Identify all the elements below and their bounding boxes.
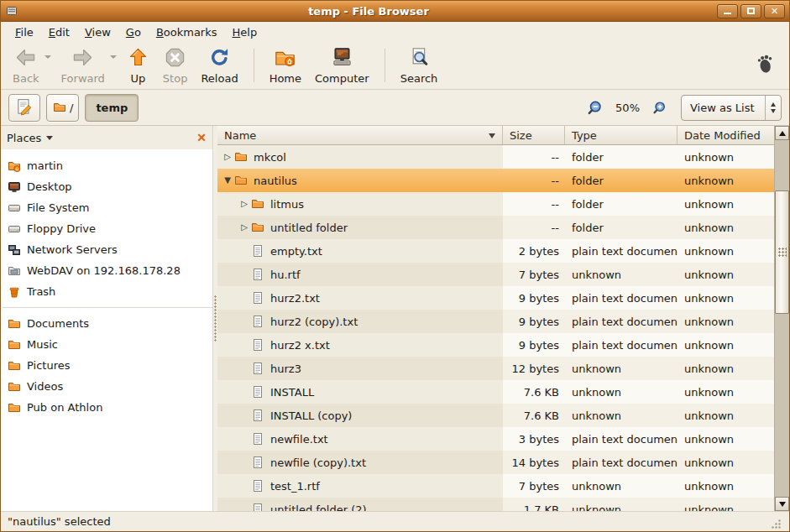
sidebar-item-videos[interactable]: Videos [1, 376, 212, 397]
close-button[interactable]: ✕ [764, 4, 785, 18]
expander-collapsed-icon[interactable]: ▷ [238, 200, 251, 208]
file-name-label: hu.rtf [270, 269, 301, 281]
sidebar-item-pictures[interactable]: Pictures [1, 355, 212, 376]
name-cell: hurz2 x.txt [217, 333, 503, 357]
menu-go[interactable]: Go [118, 23, 149, 41]
spin-down-icon [771, 109, 776, 116]
file-name-label: hurz2 x.txt [270, 339, 330, 352]
file-row-install-copy-[interactable]: INSTALL (copy)7.6 KBunknownunknown [217, 404, 774, 427]
file-row-empty-txt[interactable]: empty.txt2 bytesplain text documentunkno… [217, 239, 774, 263]
menu-edit[interactable]: Edit [41, 23, 77, 41]
home-button[interactable]: Home [263, 44, 308, 87]
column-header-size[interactable]: Size [503, 126, 565, 144]
type-cell: unknown [565, 404, 678, 427]
edit-location-button[interactable] [8, 94, 40, 122]
zoom-out-button[interactable] [587, 100, 603, 116]
zoom-in-button[interactable] [652, 101, 667, 115]
scrollbar-thumb[interactable] [775, 190, 789, 314]
back-history-dropdown[interactable] [44, 55, 51, 62]
sidebar-item-label: Pub on Athlon [27, 401, 102, 414]
file-row-litmus[interactable]: ▷litmus--folderunknown [217, 192, 774, 216]
search-icon [408, 46, 431, 71]
menu-help[interactable]: Help [225, 23, 265, 41]
sidebar-item-martin[interactable]: martin [1, 155, 212, 176]
expander-collapsed-icon[interactable]: ▷ [221, 153, 234, 161]
sidebar-item-pub-on-athlon[interactable]: Pub on Athlon [1, 397, 212, 418]
date-modified-cell: unknown [678, 145, 774, 169]
sidebar-item-desktop[interactable]: Desktop [1, 176, 212, 197]
file-row-mkcol[interactable]: ▷mkcol--folderunknown [217, 145, 774, 169]
window-title: temp - File Browser [24, 5, 714, 18]
maximize-button[interactable] [740, 4, 761, 18]
home-folder-icon [8, 159, 21, 173]
trash-icon [8, 285, 21, 299]
sidebar-item-label: Pictures [27, 359, 70, 372]
menu-file[interactable]: File [8, 23, 41, 41]
up-button[interactable]: Up [120, 44, 156, 87]
drive-icon [8, 222, 21, 236]
name-cell: empty.txt [217, 239, 503, 263]
forward-history-dropdown[interactable] [110, 55, 117, 62]
sidebar-close-button[interactable]: ✕ [196, 132, 207, 143]
computer-button[interactable]: Computer [308, 44, 376, 87]
file-row-untitled-folder-2-[interactable]: untitled folder (2)1.7 KBunknownunknown [217, 498, 774, 511]
sidebar-item-webdav-on-192-168-178-28[interactable]: WebDAV on 192.168.178.28 [1, 260, 212, 281]
window-icon [5, 4, 20, 18]
sidebar-item-music[interactable]: Music [1, 334, 212, 355]
menu-view[interactable]: View [77, 23, 118, 41]
vertical-scrollbar[interactable] [774, 126, 789, 511]
minimize-button[interactable] [717, 4, 738, 18]
toolbar-button-label: Up [130, 72, 145, 85]
file-row-hurz2-txt[interactable]: hurz2.txt9 bytesplain text documentunkno… [217, 286, 774, 310]
back-arrow-icon [14, 46, 37, 71]
maximize-icon [747, 8, 755, 14]
file-row-untitled-folder[interactable]: ▷untitled folder--folderunknown [217, 216, 774, 239]
places-header[interactable]: Places ✕ [1, 126, 212, 149]
reload-button[interactable]: Reload [194, 44, 244, 87]
type-cell: folder [565, 192, 678, 216]
sidebar-item-documents[interactable]: Documents [1, 313, 212, 334]
column-header-date-modified[interactable]: Date Modified [678, 126, 774, 144]
file-row-hurz3[interactable]: hurz312 bytesunknownunknown [217, 357, 774, 380]
sidebar-item-trash[interactable]: Trash [1, 281, 212, 302]
type-cell: unknown [565, 357, 678, 380]
file-row-nautilus[interactable]: ▼nautilus--folderunknown [217, 169, 774, 192]
scroll-down-button[interactable] [775, 497, 789, 511]
scrollbar-trough[interactable] [775, 140, 789, 497]
root-folder-button[interactable]: / [46, 94, 79, 122]
file-row-hurz2-x-txt[interactable]: hurz2 x.txt9 bytesplain text documentunk… [217, 333, 774, 357]
expander-expanded-icon[interactable]: ▼ [221, 176, 234, 185]
file-row-hu-rtf[interactable]: hu.rtf7 bytesunknownunknown [217, 263, 774, 286]
column-header-type[interactable]: Type [565, 126, 678, 144]
back-button[interactable]: Back [6, 44, 46, 87]
expander-collapsed-icon[interactable]: ▷ [238, 223, 251, 232]
sidebar-item-label: Desktop [27, 180, 72, 193]
search-button[interactable]: Search [394, 44, 445, 87]
view-mode-select[interactable]: View as List [681, 95, 782, 121]
file-row-newfile-copy-txt[interactable]: newfile (copy).txt14 bytesplain text doc… [217, 451, 774, 474]
file-row-test-1-rtf[interactable]: test_1.rtf7 bytesunknownunknown [217, 474, 774, 498]
sidebar-item-network-servers[interactable]: Network Servers [1, 239, 212, 260]
text-file-icon [251, 385, 264, 399]
column-header-name[interactable]: Name [217, 126, 503, 144]
file-row-install[interactable]: INSTALL7.6 KBunknownunknown [217, 380, 774, 404]
titlebar[interactable]: temp - File Browser ✕ [1, 1, 789, 22]
edit-location-icon [15, 97, 34, 117]
toolbar-button-label: Reload [201, 72, 238, 85]
size-cell: 1.7 KB [503, 498, 565, 511]
file-row-newfile-txt[interactable]: newfile.txt3 bytesplain text documentunk… [217, 427, 774, 451]
stop-button[interactable]: Stop [156, 44, 195, 87]
file-row-hurz2-copy-txt[interactable]: hurz2 (copy).txt9 bytesplain text docume… [217, 310, 774, 333]
file-name-label: hurz2.txt [270, 292, 320, 305]
current-folder-button[interactable]: temp [85, 94, 139, 122]
menu-bookmarks[interactable]: Bookmarks [149, 23, 225, 41]
file-name-label: litmus [270, 198, 304, 211]
scroll-up-button[interactable] [775, 126, 789, 140]
window-resize-grip[interactable] [771, 519, 782, 532]
folder-icon [234, 174, 248, 187]
sidebar-item-label: Trash [27, 285, 55, 298]
sidebar-item-file-system[interactable]: File System [1, 197, 212, 218]
file-name-label: mkcol [254, 151, 286, 164]
sidebar-item-floppy-drive[interactable]: Floppy Drive [1, 218, 212, 239]
forward-button[interactable]: Forward [55, 44, 112, 87]
